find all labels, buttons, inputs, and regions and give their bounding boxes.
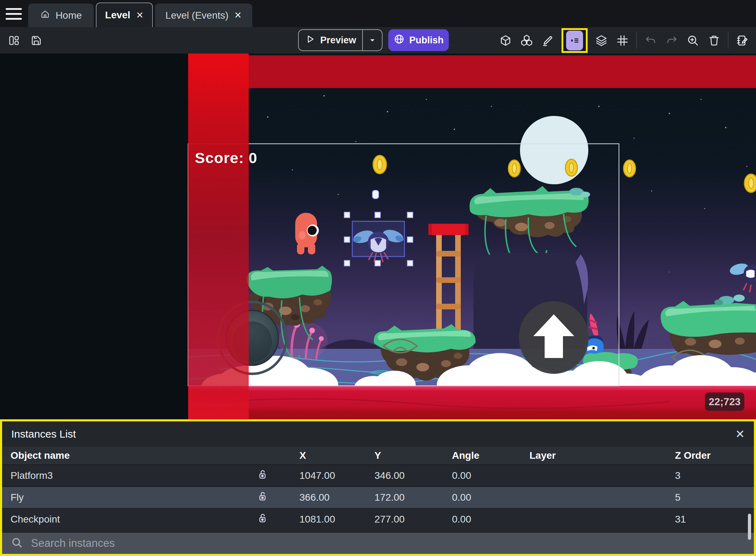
instance-angle: 0.00 <box>452 514 529 525</box>
search-input[interactable] <box>30 537 745 550</box>
globe-icon <box>394 33 405 47</box>
redo-icon[interactable] <box>664 33 679 48</box>
coin <box>373 155 386 174</box>
col-angle[interactable]: Angle <box>452 450 529 461</box>
layers-icon[interactable] <box>594 33 609 48</box>
close-icon[interactable]: ✕ <box>735 428 745 440</box>
chevron-down-icon <box>368 36 377 44</box>
close-icon[interactable]: ✕ <box>136 10 144 21</box>
table-row[interactable]: Checkpoint 1081.00 277.00 0.00 31 <box>2 508 754 530</box>
red-boundary-strip <box>188 54 249 419</box>
table-row-selected[interactable]: Fly 366.00 172.00 0.00 5 <box>2 486 754 508</box>
moon <box>520 116 588 184</box>
instance-z-order: 31 <box>675 514 754 525</box>
col-y[interactable]: Y <box>374 450 452 461</box>
objects-cube-icon[interactable] <box>498 33 513 48</box>
search-icon <box>11 537 23 550</box>
top-boundary-band <box>188 55 756 88</box>
score-hud: Score: 0 <box>195 149 258 167</box>
bottom-boundary-band <box>188 386 756 419</box>
instance-y: 346.00 <box>374 470 452 481</box>
table-header: Object name X Y Angle Layer Z Order <box>2 447 754 464</box>
instance-z-order: 3 <box>675 470 754 481</box>
tab-level[interactable]: Level ✕ <box>96 2 153 27</box>
instance-y: 172.00 <box>374 492 452 503</box>
game-scene <box>0 54 756 419</box>
unlock-icon[interactable] <box>257 490 299 505</box>
zoom-in-icon[interactable] <box>686 33 700 48</box>
hamburger-menu-icon[interactable] <box>6 8 22 20</box>
instance-name: Checkpoint <box>11 514 257 525</box>
instance-name: Fly <box>11 492 257 503</box>
instance-x: 1081.00 <box>299 514 374 525</box>
instances-list-icon <box>566 31 583 50</box>
undo-icon[interactable] <box>643 33 658 48</box>
scene-editor-canvas[interactable]: Score: 0 22;723 <box>0 54 756 419</box>
publish-button[interactable]: Publish <box>388 29 449 51</box>
col-layer[interactable]: Layer <box>529 450 675 461</box>
col-z-order[interactable]: Z Order <box>675 450 754 461</box>
instance-x: 366.00 <box>299 492 374 503</box>
col-x[interactable]: X <box>299 450 374 461</box>
panel-scrollbar[interactable] <box>748 514 751 540</box>
tab-bar: Home Level ✕ Level (Events) ✕ <box>0 0 756 27</box>
panel-title: Instances List <box>11 428 76 440</box>
scene-properties-icon[interactable] <box>735 33 750 48</box>
selection-box[interactable] <box>352 221 404 257</box>
home-icon <box>40 9 50 21</box>
instance-angle: 0.00 <box>452 470 529 481</box>
unlock-icon[interactable] <box>257 512 299 527</box>
instance-z-order: 5 <box>675 492 754 503</box>
publish-label: Publish <box>409 35 444 46</box>
tab-home-label: Home <box>56 10 82 21</box>
preview-button[interactable]: Preview <box>298 29 383 51</box>
preview-dropdown-button[interactable] <box>363 36 382 44</box>
cursor-position-label: 22;723 <box>705 393 744 411</box>
play-icon <box>305 34 315 47</box>
delete-trash-icon[interactable] <box>707 33 721 48</box>
instance-x: 1047.00 <box>299 470 374 481</box>
tab-level-events[interactable]: Level (Events) ✕ <box>155 4 252 27</box>
toolbar: Preview Publish <box>0 27 756 54</box>
unlock-icon[interactable] <box>257 469 299 483</box>
object-groups-icon[interactable] <box>519 33 534 48</box>
instance-name: Platform3 <box>11 470 257 481</box>
coin <box>508 160 520 177</box>
tab-home[interactable]: Home <box>28 4 94 27</box>
tab-level-events-label: Level (Events) <box>166 10 229 21</box>
jump-button[interactable] <box>519 301 589 374</box>
instance-y: 277.00 <box>374 514 452 525</box>
table-row[interactable]: Platform3 1047.00 346.00 0.00 3 <box>2 464 754 486</box>
app-window: Home Level ✕ Level (Events) ✕ Previ <box>0 0 756 556</box>
save-icon[interactable] <box>29 33 44 48</box>
coin <box>744 174 756 192</box>
coin <box>565 159 577 176</box>
edit-pencil-icon[interactable] <box>540 33 555 48</box>
instance-angle: 0.00 <box>452 492 529 503</box>
tab-level-label: Level <box>105 10 130 21</box>
preview-label: Preview <box>320 35 356 46</box>
close-icon[interactable]: ✕ <box>234 10 242 21</box>
col-object-name[interactable]: Object name <box>11 450 257 461</box>
grid-icon[interactable] <box>615 33 630 48</box>
coin <box>624 160 636 177</box>
search-bar[interactable] <box>2 533 754 554</box>
panels-layout-icon[interactable] <box>6 33 21 48</box>
instances-list-button-highlighted[interactable] <box>562 28 588 53</box>
instances-list-panel: Instances List ✕ Object name X Y Angle L… <box>0 419 756 556</box>
